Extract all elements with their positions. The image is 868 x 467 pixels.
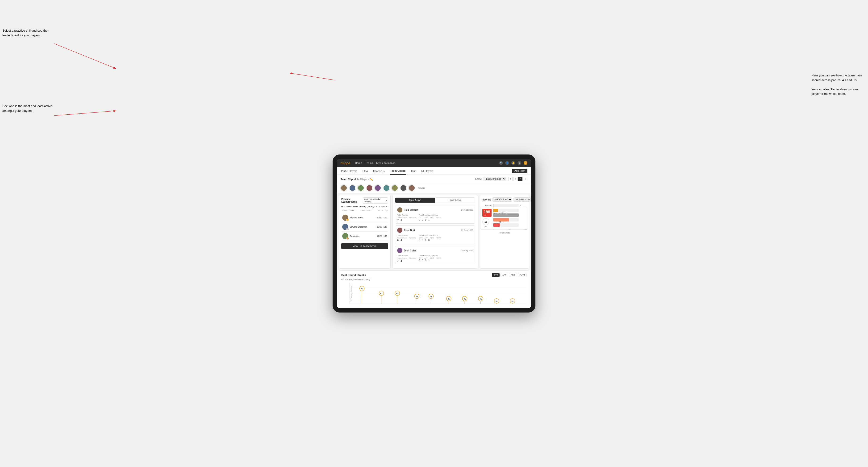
show-label: Show: bbox=[475, 178, 482, 180]
scoring-title: Scoring bbox=[483, 198, 491, 201]
app-label-2: APP bbox=[424, 237, 428, 239]
grid2-view-icon[interactable]: ⊟ bbox=[513, 177, 518, 181]
filter-arg[interactable]: ARG bbox=[509, 273, 517, 277]
subnav-all-players[interactable]: All Players bbox=[421, 167, 434, 175]
bar-track-eagles bbox=[493, 204, 519, 207]
add-team-button[interactable]: Add Team bbox=[512, 168, 527, 173]
annotation-right-text: Here you can see how the team have score… bbox=[811, 73, 862, 96]
activity-date-2: 02 Sep 2023 bbox=[461, 229, 473, 231]
svg-line-35 bbox=[54, 44, 116, 68]
stat-rounds-values-3: 7 2 bbox=[397, 259, 416, 262]
avatar-5[interactable] bbox=[375, 185, 381, 191]
search-icon[interactable]: 🔍 bbox=[499, 161, 503, 165]
lb-info-1: Richard Butler bbox=[350, 217, 375, 219]
avatar-4[interactable] bbox=[366, 185, 373, 191]
avatar-icon[interactable]: U bbox=[524, 161, 527, 165]
streaks-title: Best Round Streaks bbox=[341, 274, 366, 276]
lb-badge-silver: 2 bbox=[346, 228, 349, 230]
avatar-1[interactable] bbox=[341, 185, 347, 191]
tournament-label-2: Tournament bbox=[397, 237, 407, 239]
stat-rounds-3: Total Rounds Tournament Practice 7 2 bbox=[397, 254, 416, 262]
filter-app[interactable]: APP bbox=[500, 273, 508, 277]
stat-rounds-label-2: Total Rounds bbox=[397, 234, 416, 236]
subnav-hcaps[interactable]: Hcaps 1-5 bbox=[373, 167, 385, 175]
navbar-icons: 🔍 👤 🔔 ⚙ U bbox=[499, 161, 527, 165]
stat-rounds-sub-labels-1: Tournament Practice bbox=[397, 217, 416, 219]
col-pb-avg: PB AVG SQ bbox=[377, 210, 388, 212]
tab-most-active[interactable]: Most Active bbox=[395, 198, 435, 203]
practice-label-2: Practice bbox=[409, 237, 416, 239]
avatar-3[interactable] bbox=[358, 185, 364, 191]
tournament-label-1: Tournament bbox=[397, 217, 407, 219]
sort-icon[interactable]: ↕ bbox=[523, 177, 527, 181]
lb-row-2: 2 Edward Crossman 18/20 107 bbox=[341, 222, 388, 231]
streak-chart-container: 7x 6x 6x 5x 5x bbox=[349, 283, 527, 304]
avatar-7[interactable] bbox=[392, 185, 398, 191]
filter-putt[interactable]: PUTT bbox=[518, 273, 527, 277]
players-filter-select[interactable]: All Players bbox=[514, 197, 531, 201]
stat-rounds-label-1: Total Rounds bbox=[397, 214, 416, 216]
subnav-team-clippd[interactable]: Team Clippd bbox=[390, 167, 406, 175]
activity-name-2: Rees Britt bbox=[404, 229, 415, 231]
avatar-9[interactable] bbox=[408, 185, 415, 191]
nav-home[interactable]: Home bbox=[355, 161, 362, 165]
putt-label-1: PUTT bbox=[436, 217, 441, 219]
activity-card-1: Blair McHarg 26 Aug 2023 Total Rounds To… bbox=[395, 205, 475, 224]
avatar-8[interactable] bbox=[400, 185, 407, 191]
person-icon[interactable]: 👤 bbox=[505, 161, 509, 165]
avatar-6[interactable] bbox=[383, 185, 390, 191]
activity-card-1-header: Blair McHarg 26 Aug 2023 bbox=[397, 207, 473, 213]
grid-view-icon[interactable]: ⊞ bbox=[508, 177, 513, 181]
subnav-pgat[interactable]: PGAT Players bbox=[341, 167, 358, 175]
leaderboard-columns: PLAYER NAME PB SCORE PB AVG SQ bbox=[341, 210, 388, 212]
subnav-pga[interactable]: PGA bbox=[362, 167, 368, 175]
team-header: Team Clippd 14 Players ✏️ Show: Last 3 m… bbox=[337, 175, 531, 183]
lb-avg-1: 110 bbox=[383, 217, 387, 219]
practice-leaderboards-panel: Practice Leaderboards PUTT Must Make Put… bbox=[339, 195, 391, 269]
putt-label-2: PUTT bbox=[436, 237, 441, 239]
leaderboard-period: Last 3 months bbox=[375, 206, 388, 208]
arg-label-1: ARG bbox=[430, 217, 434, 219]
lb-avatar-1: 1 bbox=[342, 215, 348, 221]
bar-fill-birdies bbox=[493, 209, 498, 212]
leaderboard-title: Practice Leaderboards bbox=[341, 198, 363, 203]
nav-teams[interactable]: Teams bbox=[365, 161, 373, 165]
tournament-val-2: 8 bbox=[397, 239, 399, 242]
par-filter-select[interactable]: Par 3, 4 & 5s bbox=[493, 197, 512, 201]
svg-text:5x: 5x bbox=[430, 295, 432, 298]
show-period-select[interactable]: Last 3 months Last 6 months Last year bbox=[484, 177, 506, 181]
activity-date-3: 26 Aug 2023 bbox=[461, 249, 473, 252]
stat-practice-values-3: 0 0 0 1 bbox=[418, 259, 441, 262]
svg-text:3x: 3x bbox=[496, 300, 498, 302]
lb-row-3: 3 Cameron... 17/20 103 bbox=[341, 231, 388, 241]
avatar-2[interactable] bbox=[349, 185, 356, 191]
lb-avg-2: 107 bbox=[383, 226, 387, 228]
filter-ott[interactable]: OTT bbox=[492, 273, 500, 277]
bar-track-birdies bbox=[493, 209, 519, 212]
bar-fill-dbogeys bbox=[493, 223, 500, 227]
view-full-leaderboard-button[interactable]: View Full Leaderboard bbox=[341, 243, 388, 249]
svg-text:4x: 4x bbox=[479, 298, 482, 300]
tablet-screen: clippd Home Teams My Performance 🔍 👤 🔔 ⚙… bbox=[337, 159, 531, 308]
svg-text:4x: 4x bbox=[448, 298, 450, 300]
stat-practice-label-3: Total Practice Activities bbox=[418, 254, 441, 257]
settings-icon[interactable]: ⚙ bbox=[518, 161, 521, 165]
stat-practice-sub-labels-1: OTT APP ARG PUTT bbox=[418, 217, 441, 219]
tab-least-active[interactable]: Least Active bbox=[435, 198, 475, 203]
leaderboard-dropdown[interactable]: PUTT Must Make Putting... ▾ bbox=[363, 197, 388, 204]
nav-my-performance[interactable]: My Performance bbox=[376, 161, 395, 165]
bar-val-eagles: 3 bbox=[520, 205, 527, 207]
shot-circle-1-label: yds bbox=[485, 226, 487, 227]
practice-val-3: 2 bbox=[401, 259, 402, 262]
activity-avatar-3 bbox=[397, 248, 402, 253]
stat-practice-sub-labels-3: OTT APP ARG PUTT bbox=[418, 257, 441, 259]
team-name: Team Clippd 14 Players ✏️ bbox=[341, 178, 373, 181]
bar-track-bogeys bbox=[493, 218, 519, 221]
subnav-tour[interactable]: Tour bbox=[410, 167, 416, 175]
lb-score-3: 17/20 bbox=[377, 235, 382, 237]
y-axis-label: % Fairway Accuracy bbox=[350, 284, 352, 302]
bell-icon[interactable]: 🔔 bbox=[512, 161, 515, 165]
list-view-icon[interactable]: ≡ bbox=[518, 177, 522, 181]
app-val-2: 0 bbox=[422, 239, 423, 242]
tournament-label-3: Tournament bbox=[397, 257, 407, 259]
